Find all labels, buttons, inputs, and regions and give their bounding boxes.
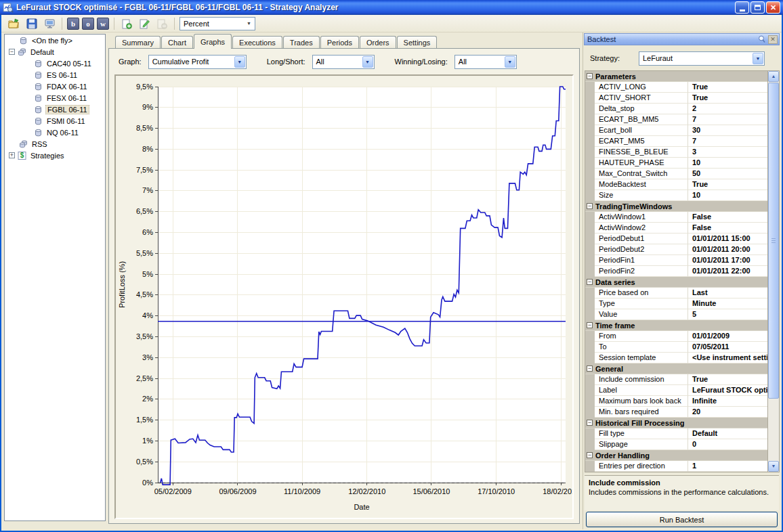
tab-settings[interactable]: Settings [397, 36, 438, 49]
property-value[interactable]: Last [688, 288, 767, 298]
property-row-label[interactable]: LabelLeFuraut STOCK optimi [585, 385, 767, 396]
property-value[interactable]: <Use instrument setting [688, 353, 767, 363]
property-value[interactable]: 01/01/2011 17:00 [688, 255, 767, 266]
property-value[interactable]: 01/01/2009 [688, 331, 767, 342]
o-button[interactable]: o [82, 18, 94, 30]
longshort-combobox[interactable]: All ▼ [312, 55, 375, 69]
property-value[interactable]: 50 [688, 169, 767, 179]
property-value[interactable]: LeFuraut STOCK optimi [688, 385, 767, 396]
tree-item-fdax-06-11[interactable]: FDAX 06-11 [5, 81, 105, 92]
tree-item-strategies[interactable]: +$Strategies [5, 150, 105, 161]
remove-button[interactable] [154, 16, 169, 31]
tab-chart[interactable]: Chart [161, 36, 193, 49]
property-row-activwindow1[interactable]: ActivWindow1False [585, 212, 767, 223]
collapse-minus-icon[interactable]: − [587, 452, 593, 458]
property-row-value[interactable]: Value5 [585, 309, 767, 320]
property-value[interactable]: 1 [688, 461, 767, 472]
tree-item-default[interactable]: −Default [5, 46, 105, 58]
collapse-minus-icon[interactable]: − [587, 420, 593, 426]
collapse-minus-icon[interactable]: − [587, 73, 593, 79]
maximize-button[interactable] [750, 1, 765, 14]
property-row-min-bars-required[interactable]: Min. bars required20 [585, 407, 767, 418]
scrollbar-thumb[interactable] [768, 83, 779, 399]
property-group-general[interactable]: −General [585, 363, 767, 374]
strategy-combobox[interactable]: LeFuraut ▼ [639, 51, 765, 66]
plus-expander-icon[interactable]: + [9, 152, 15, 158]
b-button[interactable]: b [67, 18, 79, 30]
property-value[interactable]: 20 [688, 407, 767, 418]
property-value[interactable]: False [688, 212, 767, 223]
tab-executions[interactable]: Executions [232, 36, 282, 49]
property-value[interactable]: True [688, 82, 767, 93]
property-row-max-contrat-switch[interactable]: Max_Contrat_Switch50 [585, 169, 767, 179]
tree-item-fgbl-06-11[interactable]: FGBL 06-11 [5, 104, 105, 115]
property-value[interactable]: Infinite [688, 396, 767, 407]
property-row-hauteur-phase[interactable]: HAUTEUR_PHASE10 [585, 158, 767, 169]
tree-item-fsmi-06-11[interactable]: FSMI 06-11 [5, 115, 105, 127]
property-value[interactable]: 01/01/2011 20:00 [688, 244, 767, 255]
property-row-ecart-boll[interactable]: Ecart_boll30 [585, 125, 767, 136]
collapse-minus-icon[interactable]: − [587, 322, 593, 328]
property-value[interactable]: 07/05/2011 [688, 342, 767, 353]
tree-item-nq-06-11[interactable]: NQ 06-11 [5, 127, 105, 138]
save-button[interactable] [24, 16, 39, 31]
display-mode-combobox[interactable]: Percent ▼ [179, 17, 255, 30]
run-backtest-button[interactable]: Run Backtest [586, 512, 778, 527]
property-value[interactable]: True [688, 179, 767, 190]
property-row-modebacktest[interactable]: ModeBacktestTrue [585, 179, 767, 190]
property-row-slippage[interactable]: Slippage0 [585, 439, 767, 450]
property-row-fill-type[interactable]: Fill typeDefault [585, 428, 767, 439]
open-button[interactable] [7, 16, 22, 31]
property-group-order-handling[interactable]: −Order Handling [585, 450, 767, 461]
property-value[interactable]: True [688, 374, 767, 385]
w-button[interactable]: w [97, 18, 109, 30]
property-row-type[interactable]: TypeMinute [585, 298, 767, 309]
property-group-historical-fill-processing[interactable]: −Historical Fill Processing [585, 418, 767, 428]
pin-icon[interactable] [757, 35, 767, 44]
close-button[interactable]: ✕ [766, 1, 780, 14]
property-row-activwindow2[interactable]: ActivWindow2False [585, 223, 767, 234]
property-value[interactable]: True [688, 93, 767, 104]
property-value[interactable]: 0 [688, 439, 767, 450]
graph-type-combobox[interactable]: Cumulative Profit ▼ [148, 55, 247, 69]
property-value[interactable]: 01/01/2011 15:00 [688, 234, 767, 244]
tree-item-es-06-11[interactable]: ES 06-11 [5, 69, 105, 81]
property-row-ecart-bb-mm5[interactable]: ECART_BB_MM57 [585, 114, 767, 125]
property-row-perioddebut2[interactable]: PeriodDebut201/01/2011 20:00 [585, 244, 767, 255]
property-row-maximum-bars-look-back[interactable]: Maximum bars look backInfinite [585, 396, 767, 407]
winlose-combobox[interactable]: All ▼ [454, 55, 517, 69]
property-row-delta-stop[interactable]: Delta_stop2 [585, 104, 767, 114]
property-value[interactable]: 30 [688, 125, 767, 136]
tab-periods[interactable]: Periods [320, 36, 359, 49]
new-button[interactable] [119, 16, 134, 31]
property-value[interactable]: Minute [688, 298, 767, 309]
property-group-parameters[interactable]: −Parameters [585, 71, 767, 82]
property-group-tradingtimewindows[interactable]: −TradingTimeWindows [585, 201, 767, 212]
property-grid-scrollbar[interactable]: ▲ ▼ [767, 71, 779, 472]
property-value[interactable]: Default [688, 428, 767, 439]
screenshot-button[interactable] [42, 16, 57, 31]
property-group-data-series[interactable]: −Data series [585, 277, 767, 288]
property-group-time-frame[interactable]: −Time frame [585, 320, 767, 331]
property-value[interactable]: 01/01/2011 22:00 [688, 266, 767, 277]
property-row-include-commission[interactable]: Include commissionTrue [585, 374, 767, 385]
property-row-ecart-mm5[interactable]: ECART_MM57 [585, 136, 767, 147]
property-row-activ-long[interactable]: ACTIV_LONGTrue [585, 82, 767, 93]
property-row-activ-short[interactable]: ACTIV_SHORTTrue [585, 93, 767, 104]
property-row-entries-per-direction[interactable]: Entries per direction1 [585, 461, 767, 472]
property-row-from[interactable]: From01/01/2009 [585, 331, 767, 342]
tab-summary[interactable]: Summary [115, 36, 161, 49]
collapse-minus-icon[interactable]: − [587, 203, 593, 209]
tree-item-fesx-06-11[interactable]: FESX 06-11 [5, 92, 105, 104]
property-row-perioddebut1[interactable]: PeriodDebut101/01/2011 15:00 [585, 234, 767, 244]
property-value[interactable]: 7 [688, 136, 767, 147]
collapse-minus-icon[interactable]: − [587, 279, 593, 285]
property-row-session-template[interactable]: Session template<Use instrument setting [585, 353, 767, 363]
panel-close-icon[interactable]: ✕ [768, 35, 778, 44]
minus-expander-icon[interactable]: − [9, 49, 15, 55]
property-value[interactable]: 2 [688, 104, 767, 114]
property-row-size[interactable]: Size10 [585, 190, 767, 201]
property-value[interactable]: 10 [688, 158, 767, 169]
property-value[interactable]: False [688, 223, 767, 234]
property-row-to[interactable]: To07/05/2011 [585, 342, 767, 353]
